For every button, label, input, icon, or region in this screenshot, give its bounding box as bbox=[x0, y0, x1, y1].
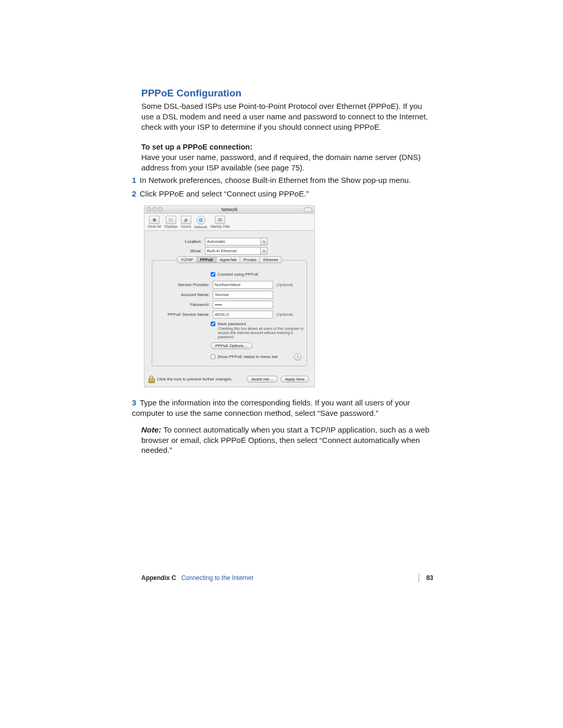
toolbar-network[interactable]: 🌐 Network bbox=[194, 216, 207, 229]
show-popup[interactable]: Built-in Ethernet ⇅ bbox=[205, 247, 267, 255]
grid-icon: ▦ bbox=[149, 216, 160, 224]
toolbar-sound-label: Sound bbox=[181, 225, 191, 228]
toolbar-show-all-label: Show All bbox=[148, 225, 161, 228]
show-label: Show: bbox=[152, 249, 205, 253]
note-paragraph: Note: To connect automatically when you … bbox=[141, 425, 433, 456]
window-titlebar: Network bbox=[144, 206, 314, 214]
footer-chapter: Connecting to the Internet bbox=[181, 574, 253, 582]
tab-ethernet[interactable]: Ethernet bbox=[260, 256, 282, 263]
apply-now-button[interactable]: Apply Now bbox=[280, 376, 309, 382]
service-provider-optional: (Optional) bbox=[276, 282, 293, 287]
location-value: Automatic bbox=[207, 239, 226, 244]
pppoe-service-name-value: ADSL/1 bbox=[215, 312, 229, 317]
step-2: 2Click PPPoE and select “Connect using P… bbox=[132, 189, 433, 199]
tab-appletalk[interactable]: AppleTalk bbox=[216, 256, 240, 263]
step-3-text: Type the information into the correspond… bbox=[132, 398, 410, 417]
footer-appendix: Appendix C bbox=[141, 574, 176, 582]
disk-icon: ⌧ bbox=[215, 216, 225, 224]
show-status-menubar-label: Show PPPoE status in menu bar bbox=[217, 354, 278, 359]
section-heading: PPPoE Configuration bbox=[141, 88, 433, 99]
toolbar-network-label: Network bbox=[194, 225, 207, 229]
lock-icon[interactable] bbox=[149, 376, 154, 382]
password-label: Password: bbox=[157, 302, 213, 307]
step-1-text: In Network preferences, choose Built-in … bbox=[140, 176, 411, 184]
password-field[interactable]: ••••• bbox=[213, 301, 273, 309]
toolbar-startup-disk[interactable]: ⌧ Startup Disk bbox=[211, 216, 230, 228]
step-2-text: Click PPPoE and select “Connect using PP… bbox=[140, 189, 309, 198]
toolbar-sound[interactable]: 🔊 Sound bbox=[181, 216, 191, 228]
network-prefs-window: Network ▦ Show All 🖵 Displays 🔊 Sound 🌐 bbox=[144, 205, 315, 387]
page-footer: Appendix C Connecting to the Internet 83 bbox=[141, 573, 433, 583]
tab-pppoe[interactable]: PPPoE bbox=[197, 256, 217, 263]
service-provider-value: NorthernWest bbox=[215, 282, 240, 287]
save-password-label: Save password bbox=[217, 322, 246, 326]
account-name-label: Account Name: bbox=[157, 292, 213, 297]
show-status-menubar-checkbox[interactable] bbox=[211, 354, 215, 359]
network-tabset: TCP/IP PPPoE AppleTalk Proxies Ethernet … bbox=[152, 260, 307, 366]
note-text: To connect automatically when you start … bbox=[141, 425, 430, 455]
pppoe-service-name-field[interactable]: ADSL/1 bbox=[213, 311, 273, 318]
account-name-value: Sunrise bbox=[215, 292, 229, 297]
pppoe-service-name-optional: (Optional) bbox=[276, 312, 293, 317]
connect-using-pppoe-label: Connect using PPPoE bbox=[217, 272, 259, 277]
save-password-hint: Checking this box allows all users of th… bbox=[218, 327, 307, 340]
password-value: ••••• bbox=[215, 302, 222, 307]
setup-text: Have your user name, password, and if re… bbox=[141, 152, 433, 173]
speaker-icon: 🔊 bbox=[181, 216, 191, 224]
setup-heading: To set up a PPPoE connection: bbox=[141, 143, 433, 151]
prefs-toolbar: ▦ Show All 🖵 Displays 🔊 Sound 🌐 Network … bbox=[144, 214, 314, 231]
step-3: 3Type the information into the correspon… bbox=[132, 398, 433, 418]
toolbar-pill-icon[interactable] bbox=[304, 207, 312, 212]
chevron-updown-icon: ⇅ bbox=[260, 248, 267, 254]
show-value: Built-in Ethernet bbox=[207, 249, 237, 253]
toolbar-startup-label: Startup Disk bbox=[211, 225, 230, 228]
pppoe-service-name-label: PPPoE Service Name: bbox=[157, 312, 213, 317]
service-provider-label: Service Provider: bbox=[157, 282, 213, 287]
toolbar-show-all[interactable]: ▦ Show All bbox=[148, 216, 161, 228]
step-1: 1In Network preferences, choose Built-in… bbox=[132, 175, 433, 186]
location-popup[interactable]: Automatic ⇅ bbox=[205, 238, 267, 245]
toolbar-displays-label: Displays bbox=[164, 225, 178, 228]
note-label: Note: bbox=[141, 425, 161, 434]
assist-me-button[interactable]: Assist me… bbox=[247, 376, 278, 382]
connect-using-pppoe-checkbox[interactable] bbox=[211, 272, 215, 277]
service-provider-field[interactable]: NorthernWest bbox=[213, 281, 273, 289]
tab-tcpip[interactable]: TCP/IP bbox=[177, 256, 197, 263]
tab-proxies[interactable]: Proxies bbox=[240, 256, 260, 263]
account-name-field[interactable]: Sunrise bbox=[213, 291, 273, 299]
intro-paragraph: Some DSL-based ISPs use Point-to-Point P… bbox=[141, 101, 433, 132]
footer-page-number: 83 bbox=[419, 573, 433, 583]
globe-icon: 🌐 bbox=[197, 216, 205, 225]
pppoe-options-button[interactable]: PPPoE Options… bbox=[211, 342, 252, 349]
window-title: Network bbox=[144, 207, 314, 212]
location-label: Location: bbox=[152, 239, 205, 244]
save-password-checkbox[interactable] bbox=[211, 322, 215, 326]
chevron-updown-icon: ⇅ bbox=[260, 238, 267, 245]
display-icon: 🖵 bbox=[166, 216, 176, 224]
toolbar-displays[interactable]: 🖵 Displays bbox=[164, 216, 178, 228]
help-button[interactable]: ? bbox=[294, 353, 301, 361]
lock-text: Click the lock to prevent further change… bbox=[157, 377, 232, 381]
